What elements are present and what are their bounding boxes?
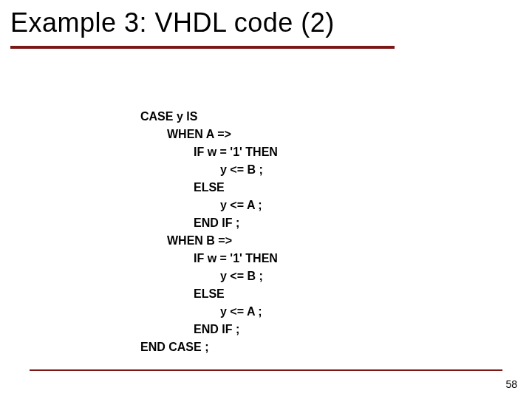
code-line: WHEN A =>: [140, 128, 231, 140]
code-line: y <= B ;: [140, 270, 263, 282]
code-line: WHEN B =>: [140, 234, 232, 247]
code-line: ELSE: [140, 181, 225, 194]
code-line: ELSE: [140, 287, 225, 300]
code-line: IF w = '1' THEN: [140, 146, 278, 158]
code-line: y <= B ;: [140, 163, 263, 176]
code-line: y <= A ;: [140, 305, 262, 318]
footer-rule: [30, 369, 502, 371]
title-underline: [10, 46, 395, 49]
code-line: y <= A ;: [140, 199, 262, 211]
page-number: 58: [505, 378, 517, 390]
code-line: CASE y IS: [140, 110, 197, 123]
slide-title: Example 3: VHDL code (2): [10, 7, 335, 38]
code-line: IF w = '1' THEN: [140, 252, 278, 265]
code-line: END CASE ;: [140, 341, 208, 353]
code-block: CASE y IS WHEN A => IF w = '1' THEN y <=…: [140, 90, 278, 374]
code-line: END IF ;: [140, 323, 239, 335]
code-line: END IF ;: [140, 216, 239, 229]
slide: Example 3: VHDL code (2) CASE y IS WHEN …: [0, 0, 532, 399]
